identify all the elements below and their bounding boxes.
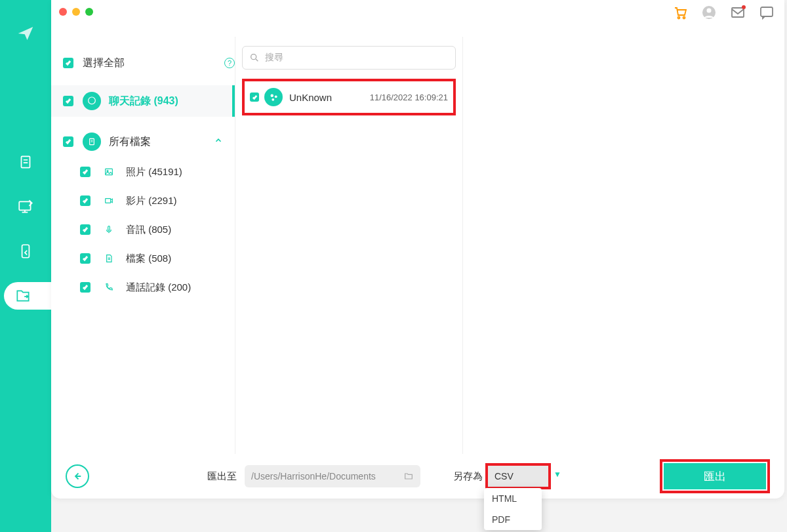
- sidebar-sub-label: 照片 (45191): [126, 166, 235, 178]
- nav-export-icon[interactable]: [4, 282, 51, 310]
- svg-point-17: [275, 95, 277, 98]
- sidebar-sub-label: 音訊 (805): [126, 224, 235, 236]
- sidebar-item-allfiles[interactable]: 所有檔案: [51, 126, 235, 157]
- svg-rect-11: [106, 169, 113, 174]
- search-placeholder: 搜尋: [265, 52, 283, 64]
- caret-down-icon: ▼: [554, 470, 561, 479]
- sidebar-sub-label: 通話記錄 (200): [126, 281, 235, 294]
- nav-screen-icon[interactable]: [12, 193, 39, 220]
- format-selected: CSV: [494, 471, 514, 481]
- svg-rect-14: [108, 226, 110, 231]
- sidebar-item-videos[interactable]: 影片 (2291): [51, 186, 235, 215]
- back-button[interactable]: [66, 464, 89, 488]
- checkbox-icon[interactable]: [80, 282, 91, 293]
- svg-rect-13: [106, 199, 111, 203]
- checkbox-icon[interactable]: [63, 58, 73, 68]
- export-path-text: /Users/HarrisonHe/Documents: [251, 471, 376, 481]
- sidebar-sub-label: 檔案 (508): [126, 253, 235, 265]
- svg-point-3: [678, 17, 680, 19]
- search-icon: [249, 52, 260, 63]
- svg-rect-7: [732, 8, 744, 17]
- phone-icon: [100, 278, 118, 297]
- left-nav: [0, 0, 51, 532]
- chat-icon[interactable]: [758, 4, 775, 21]
- checkbox-icon[interactable]: [63, 136, 73, 147]
- svg-rect-1: [19, 201, 30, 210]
- chat-bubble-icon: [83, 92, 101, 110]
- export-button[interactable]: 匯出: [664, 463, 766, 489]
- export-to-label: 匯出至: [207, 470, 237, 483]
- checkbox-icon[interactable]: [63, 96, 73, 106]
- folder-icon: [403, 471, 414, 481]
- svg-point-18: [272, 98, 274, 101]
- svg-point-16: [271, 94, 274, 98]
- entry-date: 11/16/2022 16:09:21: [370, 92, 448, 102]
- category-sidebar: 選擇全部 ? 聊天記錄 (943) 所有檔案 照片 (45191): [51, 37, 235, 454]
- sidebar-item-calls[interactable]: 通話記錄 (200): [51, 273, 235, 302]
- traffic-light-max[interactable]: [85, 8, 93, 16]
- format-option-pdf[interactable]: PDF: [484, 509, 542, 530]
- format-options: HTML PDF: [484, 488, 542, 530]
- svg-point-6: [707, 9, 712, 13]
- avatar-icon: [264, 88, 283, 106]
- user-icon[interactable]: [700, 4, 717, 21]
- nav-phone-icon[interactable]: [12, 237, 39, 265]
- traffic-light-min[interactable]: [72, 8, 80, 16]
- conversation-list: 搜尋 UnKnown 11/16/2022 16:09:21: [235, 37, 463, 454]
- video-icon: [100, 192, 118, 210]
- conversation-entry[interactable]: UnKnown 11/16/2022 16:09:21: [242, 79, 456, 115]
- checkbox-icon[interactable]: [250, 92, 259, 102]
- sidebar-item-photos[interactable]: 照片 (45191): [51, 157, 235, 186]
- chevron-up-icon[interactable]: [214, 136, 223, 148]
- checkbox-icon[interactable]: [80, 167, 91, 177]
- sidebar-sub-label: 影片 (2291): [126, 195, 235, 207]
- export-footer: 匯出至 /Users/HarrisonHe/Documents 另存為 CSV …: [51, 454, 784, 499]
- files-icon: [83, 133, 101, 151]
- app-logo-icon: [16, 24, 35, 43]
- sidebar-item-docs[interactable]: 檔案 (508): [51, 244, 235, 273]
- checkbox-icon[interactable]: [80, 195, 91, 206]
- entry-name: UnKnown: [289, 92, 370, 103]
- chat-label: 聊天記錄 (943): [109, 94, 232, 108]
- traffic-light-close[interactable]: [59, 8, 67, 16]
- svg-rect-0: [22, 156, 30, 167]
- help-icon[interactable]: ?: [224, 58, 235, 68]
- sidebar-item-chat[interactable]: 聊天記錄 (943): [51, 85, 235, 117]
- preview-pane: [463, 37, 784, 454]
- select-all-row[interactable]: 選擇全部 ?: [51, 47, 235, 79]
- save-as-label: 另存為: [453, 470, 483, 483]
- select-all-label: 選擇全部: [83, 56, 227, 70]
- format-dropdown[interactable]: CSV: [485, 463, 551, 489]
- nav-transfer-icon[interactable]: [12, 148, 39, 176]
- checkbox-icon[interactable]: [80, 224, 91, 235]
- cart-icon[interactable]: [672, 4, 689, 21]
- checkbox-icon[interactable]: [80, 253, 91, 264]
- sidebar-item-audio[interactable]: 音訊 (805): [51, 215, 235, 244]
- svg-point-4: [683, 17, 685, 19]
- allfiles-label: 所有檔案: [109, 135, 214, 149]
- photo-icon: [100, 163, 118, 181]
- svg-point-15: [251, 54, 256, 60]
- mail-icon[interactable]: [729, 4, 746, 21]
- document-icon: [100, 249, 118, 268]
- format-option-html[interactable]: HTML: [484, 488, 542, 509]
- search-input[interactable]: 搜尋: [242, 46, 456, 70]
- export-path-input[interactable]: /Users/HarrisonHe/Documents: [245, 465, 420, 487]
- main-panel: 選擇全部 ? 聊天記錄 (943) 所有檔案 照片 (45191): [51, 0, 784, 499]
- mic-icon: [100, 220, 118, 239]
